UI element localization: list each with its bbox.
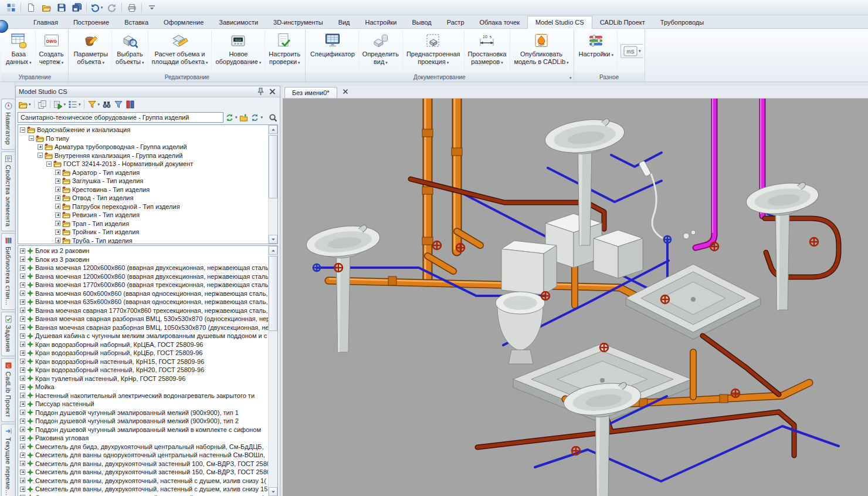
ribbon-button[interactable]: Базаданных▾ [2,30,36,72]
list-item[interactable]: Блок из 2 раковин [18,247,268,255]
ribbon-button[interactable]: Параметрыобъекта▾ [70,30,112,72]
ribbon-button[interactable]: Преднастроеннаяпроекция▾ [403,30,464,72]
tree-expander-icon[interactable] [20,257,25,262]
close-document-icon[interactable] [340,88,351,98]
ribbon-tab[interactable]: Вывод [404,16,439,28]
tree-item[interactable]: Крестовина - Тип изделия [18,185,268,194]
save-all-button[interactable] [69,1,84,14]
tree-expander-icon[interactable] [38,153,43,158]
list-item[interactable]: Ванная моечная сварная разборная ВМЦ, 10… [18,323,268,332]
ribbon-tab[interactable]: Вставка [117,16,156,28]
tree-item[interactable]: Тройник - Тип изделия [18,228,268,237]
list-item[interactable]: Смеситель для ванны однорукояточный цент… [18,451,268,460]
ribbon-button[interactable]: Определитьвид▾ [359,30,403,72]
ribbon-button[interactable]: 105Простановкаразмеров▾ [464,30,511,72]
search-button[interactable] [101,99,112,110]
list-item[interactable]: Кран водоразборный наборный, КрЦБА, ГОСТ… [18,340,268,349]
redo-button[interactable] [104,1,119,14]
tree-expander-icon[interactable] [29,136,34,141]
ribbon-tab[interactable]: 3D-инструменты [266,16,331,28]
palette-tab[interactable]: Задания [1,312,15,357]
list-item[interactable]: Смеситель для ванны, двухрукояточный, на… [18,477,268,485]
ribbon-tab[interactable]: Вид [331,16,358,28]
list-item[interactable]: Смеситель для ванны, однорукояточный, на… [18,494,268,496]
tree-expander-icon[interactable] [20,436,25,441]
ribbon-button[interactable]: 010Новоеоборудование▾ [212,30,265,72]
tree-expander-icon[interactable] [20,444,25,449]
tree-expander-icon[interactable] [20,453,25,458]
undo-button[interactable]: ▾ [89,1,104,14]
tree-expander-icon[interactable] [55,204,60,209]
tree-expander-icon[interactable] [20,350,25,356]
scroll-down-icon[interactable] [269,487,277,496]
import-button[interactable] [239,112,249,123]
palette-tab[interactable]: Текущие переме... [1,424,15,496]
document-tab[interactable]: Без имени0* [284,87,337,98]
list-scrollbar[interactable] [268,246,277,496]
list-item[interactable]: Поддон душевой чугунный эмалированный ме… [18,409,268,417]
list-item[interactable]: Поддон душевой чугунный эмалированный ме… [18,426,268,434]
tree-item[interactable]: Заглушка - Тип изделия [18,177,268,185]
list-item[interactable]: Смеситель для ванны, двухрукояточный зас… [18,460,268,468]
ribbon-button[interactable]: Настроитьпроверки▾ [265,30,304,72]
tree-expander-icon[interactable] [20,478,25,483]
quick-filter-button[interactable] [113,99,124,110]
tree-expander-icon[interactable] [20,325,25,330]
list-item[interactable]: Кран водоразборный наборный, КрЦБр, ГОСТ… [18,349,268,357]
tree-expander-icon[interactable] [55,230,60,235]
list-item[interactable]: Блок из 3 раковин [18,255,268,264]
palette-tab[interactable]: Библиотека стан... [1,233,15,310]
tree-expander-icon[interactable] [55,221,60,226]
tree-scrollbar-thumb[interactable] [269,135,277,198]
list-item[interactable]: Смеситель для ванны, двухрукояточный зас… [18,468,268,477]
tree-expander-icon[interactable] [20,376,25,381]
palette-tab[interactable]: Свойства элемента [1,151,15,231]
scroll-up-icon[interactable] [269,246,277,255]
list-item[interactable]: Раковина угловая [18,434,268,443]
list-item[interactable]: Ванная моечная сварная разборная ВМЦ, 53… [18,315,268,323]
scroll-up-icon[interactable] [269,125,277,134]
tree-expander-icon[interactable] [20,393,25,398]
refresh-button[interactable]: ▾ [225,112,238,123]
catalog-combo[interactable]: Санитарно-техническое оборудование - Гру… [18,112,223,123]
ribbon-tab[interactable]: Настройки [358,16,405,28]
tree-item[interactable]: Труба - Тип изделия [18,237,268,244]
tree-expander-icon[interactable] [55,178,60,184]
tree-expander-icon[interactable] [20,291,25,296]
tree-item[interactable]: Трап - Тип изделия [18,220,268,228]
tree-expander-icon[interactable] [20,487,25,492]
tree-expander-icon[interactable] [20,359,25,364]
viewport-canvas[interactable] [283,99,868,496]
ribbon-tab[interactable]: Растр [439,16,472,28]
dialog-launcher-icon[interactable]: ▾ [569,76,572,80]
favorites-button[interactable] [125,99,135,110]
open-library-button[interactable]: ▾ [18,99,32,110]
list-item[interactable]: Ванна моечная 1770х600х860 (вварная трех… [18,281,268,289]
list-item[interactable]: Писсуар настенный [18,400,268,409]
ribbon-tab[interactable]: Model Studio CS [527,16,592,29]
ribbon-tab[interactable]: Облака точек [472,16,528,28]
tree-scrollbar[interactable] [268,125,277,244]
ribbon-button[interactable]: mS▾ [621,44,643,58]
list-item[interactable]: Ванна моечная сварная 1770х700х860 трехс… [18,306,268,315]
tree-expander-icon[interactable] [55,212,60,218]
tree-expander-icon[interactable] [20,461,25,466]
tree-expander-icon[interactable] [20,384,25,390]
tree-expander-icon[interactable] [20,308,25,313]
filter-button[interactable]: ▾ [87,99,101,110]
tree-item[interactable]: Патрубок переходной - Тип изделия [18,203,268,211]
ribbon-tab[interactable]: Построение [66,16,117,28]
tree-item[interactable]: Водоснабжение и канализация [18,126,268,134]
insert-object-button[interactable]: ▾ [53,99,67,110]
ribbon-button[interactable]: Настройки▾ [575,30,618,72]
tree-item[interactable]: Отвод - Тип изделия [18,194,268,203]
ribbon-button[interactable]: DWGСоздатьчертеж▾ [36,30,67,72]
tree-expander-icon[interactable] [20,265,25,271]
ribbon-tab[interactable]: Зависимости [211,16,266,28]
tree-expander-icon[interactable] [46,161,52,167]
list-item[interactable]: Смеситель для ванны, двухрукояточный, на… [18,485,268,494]
tree-expander-icon[interactable] [20,274,25,279]
tree-expander-icon[interactable] [20,127,25,133]
open-file-button[interactable] [39,1,53,14]
list-item[interactable]: Кран туалетный настенный, КрНр, ГОСТ 258… [18,374,268,383]
